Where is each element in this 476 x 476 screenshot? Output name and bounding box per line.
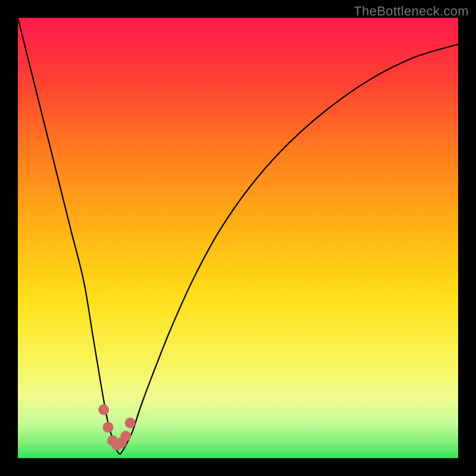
curve-layer — [18, 18, 458, 458]
marker-dot — [98, 405, 109, 415]
marker-dot — [125, 418, 136, 428]
bottleneck-curve — [18, 18, 458, 454]
watermark-text: TheBottleneck.com — [354, 4, 469, 19]
marker-dot — [120, 431, 131, 441]
plot-area — [18, 18, 458, 458]
marker-dot — [103, 422, 114, 433]
chart-frame: TheBottleneck.com — [0, 0, 476, 476]
highlight-markers — [98, 405, 135, 450]
